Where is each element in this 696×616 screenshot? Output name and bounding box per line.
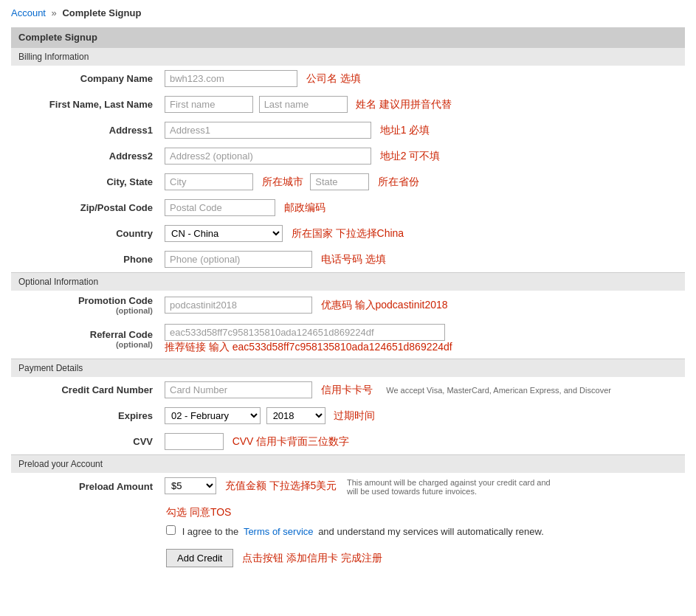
tos-text-before: I agree to the bbox=[182, 526, 239, 537]
phone-label: Phone bbox=[11, 246, 159, 272]
company-name-annotation: 公司名 选填 bbox=[306, 72, 361, 84]
preload-amount-select[interactable]: $5 $10 $20 $50 bbox=[165, 477, 216, 494]
promo-label: Promotion Code (optional) bbox=[11, 291, 159, 319]
country-annotation: 所在国家 下拉选择China bbox=[292, 227, 404, 239]
tos-row: 勾选 同意TOS I agree to the Terms of service… bbox=[11, 500, 685, 543]
first-name-input[interactable] bbox=[165, 96, 253, 113]
expires-month-select[interactable]: 01 - January 02 - February 03 - March 04… bbox=[165, 407, 261, 424]
billing-section-header: Billing Information bbox=[11, 47, 685, 66]
breadcrumb-separator: » bbox=[52, 7, 57, 18]
optional-section-header: Optional Information bbox=[11, 272, 685, 291]
cvv-row: CVV CVV 信用卡背面三位数字 bbox=[11, 429, 685, 454]
cvv-label: CVV bbox=[11, 429, 159, 454]
city-state-input-cell: 所在城市 所在省份 bbox=[159, 169, 685, 195]
card-number-input-cell: 信用卡卡号 We accept Visa, MasterCard, Americ… bbox=[159, 377, 685, 403]
country-select[interactable]: CN - China US - United States GB - Unite… bbox=[165, 225, 283, 242]
add-credit-button[interactable]: Add Credit bbox=[166, 549, 233, 567]
card-number-input[interactable] bbox=[165, 381, 312, 398]
state-input[interactable] bbox=[310, 173, 369, 190]
breadcrumb: Account » Complete Signup bbox=[11, 7, 685, 18]
referral-label: Referral Code (optional) bbox=[11, 319, 159, 359]
cvv-input[interactable] bbox=[165, 433, 224, 450]
preload-section-header: Preload your Account bbox=[11, 454, 685, 473]
tos-checkbox[interactable] bbox=[166, 525, 176, 535]
promo-row: Promotion Code (optional) 优惠码 输入podcasti… bbox=[11, 291, 685, 319]
promo-input[interactable] bbox=[165, 297, 312, 314]
referral-row: Referral Code (optional) 推荐链接 输入 eac533d… bbox=[11, 319, 685, 359]
address1-annotation: 地址1 必填 bbox=[380, 124, 430, 136]
address2-label: Address2 bbox=[11, 143, 159, 169]
referral-annotation-text: 推荐链接 输入 bbox=[165, 341, 230, 353]
address1-input-cell: 地址1 必填 bbox=[159, 117, 685, 143]
preload-annotation: 充值金额 下拉选择5美元 bbox=[225, 480, 337, 491]
card-annotation: 信用卡卡号 bbox=[321, 384, 373, 395]
add-credit-row: Add Credit 点击按钮 添加信用卡 完成注册 bbox=[11, 543, 685, 573]
country-label: Country bbox=[11, 221, 159, 246]
address1-label: Address1 bbox=[11, 117, 159, 143]
breadcrumb-current: Complete Signup bbox=[62, 7, 141, 18]
city-annotation: 所在城市 bbox=[262, 176, 303, 187]
zip-input-cell: 邮政编码 bbox=[159, 195, 685, 221]
account-link[interactable]: Account bbox=[11, 7, 46, 18]
promo-input-cell: 优惠码 输入podcastinit2018 bbox=[159, 291, 685, 319]
name-row: First Name, Last Name 姓名 建议用拼音代替 bbox=[11, 91, 685, 117]
state-annotation: 所在省份 bbox=[378, 176, 419, 187]
country-row: Country CN - China US - United States GB… bbox=[11, 221, 685, 246]
company-name-label: Company Name bbox=[11, 66, 159, 91]
phone-annotation: 电话号码 选填 bbox=[321, 253, 386, 265]
expires-row: Expires 01 - January 02 - February 03 - … bbox=[11, 403, 685, 429]
promo-annotation: 优惠码 输入podcastinit2018 bbox=[321, 299, 448, 311]
name-input-cell: 姓名 建议用拼音代替 bbox=[159, 91, 685, 117]
expires-label: Expires bbox=[11, 403, 159, 429]
preload-amount-label: Preload Amount bbox=[11, 473, 159, 500]
preload-desc: This amount will be charged against your… bbox=[347, 478, 554, 496]
name-label: First Name, Last Name bbox=[11, 91, 159, 117]
city-state-label: City, State bbox=[11, 169, 159, 195]
tos-link[interactable]: Terms of service bbox=[244, 526, 314, 537]
cvv-input-cell: CVV 信用卡背面三位数字 bbox=[159, 429, 685, 454]
preload-amount-input-cell: $5 $10 $20 $50 充值金额 下拉选择5美元 This amount … bbox=[159, 473, 685, 500]
country-input-cell: CN - China US - United States GB - Unite… bbox=[159, 221, 685, 246]
promo-label-text: Promotion Code bbox=[78, 295, 153, 306]
tos-text-after: and understand my services will automati… bbox=[318, 526, 544, 537]
expires-year-select[interactable]: 2018 2019 2020 2021 2022 2023 bbox=[266, 407, 325, 424]
city-state-row: City, State 所在城市 所在省份 bbox=[11, 169, 685, 195]
tos-annotation: 勾选 同意TOS bbox=[166, 506, 231, 518]
address2-row: Address2 地址2 可不填 bbox=[11, 143, 685, 169]
referral-label-text: Referral Code bbox=[90, 329, 153, 340]
city-input[interactable] bbox=[165, 173, 253, 190]
address2-input-cell: 地址2 可不填 bbox=[159, 143, 685, 169]
referral-input[interactable] bbox=[165, 324, 445, 341]
address2-input[interactable] bbox=[165, 148, 371, 165]
company-name-input[interactable] bbox=[165, 70, 297, 87]
company-name-input-cell: 公司名 选填 bbox=[159, 66, 685, 91]
billing-form: Company Name 公司名 选填 First Name, Last Nam… bbox=[11, 66, 685, 272]
cvv-annotation: CVV 信用卡背面三位数字 bbox=[232, 435, 350, 447]
phone-input[interactable] bbox=[165, 251, 312, 268]
referral-input-cell: 推荐链接 输入 eac533d58ff7c958135810ada124651d… bbox=[159, 319, 685, 359]
preload-amount-row: Preload Amount $5 $10 $20 $50 充值金额 下拉选择5… bbox=[11, 473, 685, 500]
name-annotation: 姓名 建议用拼音代替 bbox=[356, 98, 452, 110]
referral-optional: (optional) bbox=[17, 340, 153, 349]
zip-annotation: 邮政编码 bbox=[284, 201, 325, 213]
add-credit-annotation: 点击按钮 添加信用卡 完成注册 bbox=[242, 552, 382, 564]
card-number-label: Credit Card Number bbox=[11, 377, 159, 403]
phone-row: Phone 电话号码 选填 bbox=[11, 246, 685, 272]
address2-annotation: 地址2 可不填 bbox=[380, 150, 441, 162]
address1-row: Address1 地址1 必填 bbox=[11, 117, 685, 143]
zip-row: Zip/Postal Code 邮政编码 bbox=[11, 195, 685, 221]
phone-input-cell: 电话号码 选填 bbox=[159, 246, 685, 272]
preload-form: Preload Amount $5 $10 $20 $50 充值金额 下拉选择5… bbox=[11, 473, 685, 500]
expires-input-cell: 01 - January 02 - February 03 - March 04… bbox=[159, 403, 685, 429]
address1-input[interactable] bbox=[165, 122, 371, 139]
card-accept-text: We accept Visa, MasterCard, American Exp… bbox=[386, 386, 611, 395]
optional-form: Promotion Code (optional) 优惠码 输入podcasti… bbox=[11, 291, 685, 359]
expires-annotation: 过期时间 bbox=[334, 409, 375, 421]
referral-long-text: eac533d58ff7c958135810ada124651d869224df bbox=[232, 341, 452, 353]
last-name-input[interactable] bbox=[259, 96, 348, 113]
zip-input[interactable] bbox=[165, 199, 275, 216]
payment-section-header: Payment Details bbox=[11, 359, 685, 377]
promo-optional: (optional) bbox=[17, 306, 153, 315]
zip-label: Zip/Postal Code bbox=[11, 195, 159, 221]
company-name-row: Company Name 公司名 选填 bbox=[11, 66, 685, 91]
